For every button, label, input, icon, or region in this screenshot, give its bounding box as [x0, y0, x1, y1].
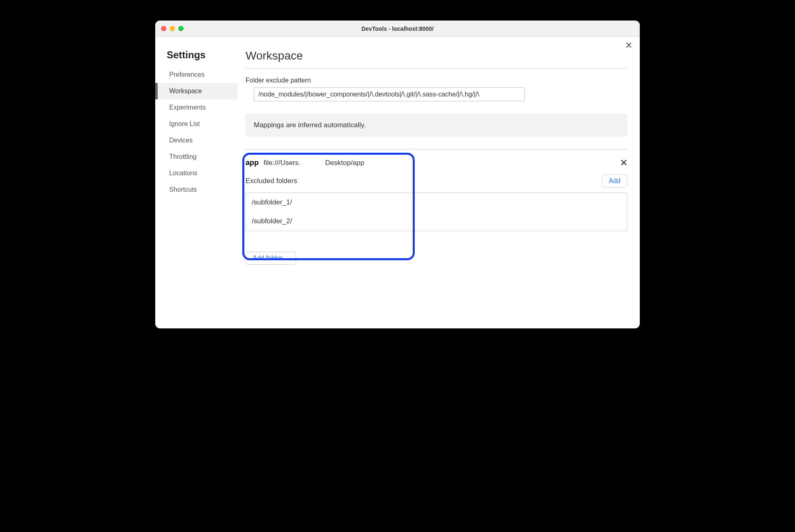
sidebar-item-shortcuts[interactable]: Shortcuts — [155, 181, 237, 198]
maximize-window-button[interactable] — [178, 26, 184, 31]
sidebar: Settings Preferences Workspace Experimen… — [155, 37, 237, 328]
exclude-pattern-label: Folder exclude pattern — [246, 77, 627, 84]
folder-section: app file:///Users.Desktop/app ✕ Excluded… — [246, 158, 627, 265]
divider — [246, 149, 627, 149]
list-item[interactable]: /subfolder_1/ — [246, 193, 627, 212]
excluded-folders-row: Excluded folders Add — [246, 174, 627, 188]
sidebar-item-ignore-list[interactable]: Ignore List — [155, 116, 237, 132]
folder-name: app — [246, 158, 259, 167]
window-title: DevTools - localhost:8000/ — [155, 25, 640, 32]
sidebar-item-devices[interactable]: Devices — [155, 132, 237, 149]
excluded-folders-label: Excluded folders — [246, 177, 297, 185]
traffic-lights — [155, 26, 184, 31]
devtools-window: DevTools - localhost:8000/ ✕ Settings Pr… — [155, 21, 640, 328]
titlebar: DevTools - localhost:8000/ — [155, 21, 640, 37]
sidebar-heading: Settings — [155, 49, 237, 66]
sidebar-item-throttling[interactable]: Throttling — [155, 149, 237, 165]
exclude-pattern-input[interactable] — [254, 87, 525, 101]
folder-path: file:///Users.Desktop/app — [264, 159, 364, 167]
close-window-button[interactable] — [161, 26, 166, 31]
folder-path-suffix: Desktop/app — [325, 159, 364, 167]
add-excluded-button[interactable]: Add — [602, 174, 627, 188]
folder-header: app file:///Users.Desktop/app ✕ — [246, 158, 627, 174]
close-icon[interactable]: ✕ — [625, 41, 632, 50]
sidebar-item-workspace[interactable]: Workspace — [155, 83, 237, 99]
folder-path-prefix: file:///Users. — [264, 159, 301, 167]
list-item[interactable]: /subfolder_2/ — [246, 212, 627, 231]
minimize-window-button[interactable] — [170, 26, 175, 31]
sidebar-item-locations[interactable]: Locations — [155, 165, 237, 181]
main-content: Workspace Folder exclude pattern Mapping… — [237, 37, 640, 328]
page-title: Workspace — [246, 49, 627, 69]
window-body: ✕ Settings Preferences Workspace Experim… — [155, 37, 640, 328]
excluded-folder-list: /subfolder_1/ /subfolder_2/ — [246, 193, 627, 231]
add-folder-button[interactable]: Add folder… — [246, 252, 296, 265]
sidebar-item-experiments[interactable]: Experiments — [155, 99, 237, 116]
sidebar-item-preferences[interactable]: Preferences — [155, 66, 237, 83]
remove-folder-icon[interactable]: ✕ — [620, 158, 627, 168]
mapping-info: Mappings are inferred automatically. — [246, 114, 627, 137]
